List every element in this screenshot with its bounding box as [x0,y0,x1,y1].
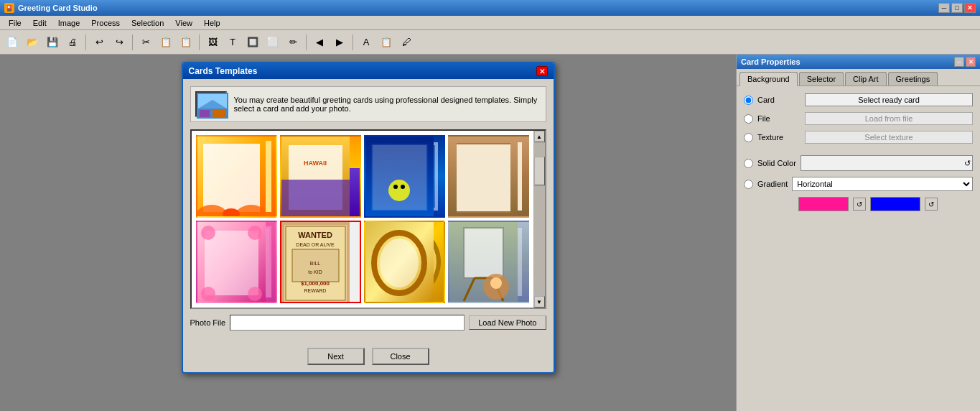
select-texture-button[interactable]: Select texture [805,131,973,144]
card-template-8[interactable] [448,221,529,303]
card-radio[interactable] [744,96,753,105]
close-app-button[interactable]: ✕ [964,3,976,13]
photo-file-input[interactable] [230,315,465,331]
minimize-button[interactable]: ─ [938,3,950,13]
card-template-6[interactable]: WANTED DEAD OR ALIVE BILL to KID $1,000,… [280,221,361,303]
menu-file[interactable]: File [3,17,27,29]
svg-point-25 [201,226,215,240]
scroll-track [534,142,545,296]
properties-title-controls: ─ ✕ [954,57,976,67]
toolbar-pen[interactable]: 🖊 [397,33,416,52]
scroll-up-arrow[interactable]: ▲ [534,131,545,142]
svg-text:REWARD: REWARD [304,288,326,293]
toolbar-new[interactable]: 📄 [3,33,22,52]
svg-rect-12 [281,180,350,218]
select-ready-card-button[interactable]: Select ready card [805,93,973,106]
file-radio-label: File [757,114,801,123]
svg-point-41 [380,239,419,287]
properties-close-button[interactable]: ✕ [966,57,976,67]
modal-body: You may create beautiful greeting cards … [183,79,554,343]
svg-point-18 [401,185,405,189]
gradient-color2-reset[interactable]: ↺ [925,198,938,211]
card-properties-panel: Card Properties ─ ✕ Background Selector … [736,55,980,411]
svg-text:to KID: to KID [308,269,322,274]
toolbar-next-tb[interactable]: ▶ [330,33,349,52]
card-radio-row: Card Select ready card [744,93,973,106]
menu-help[interactable]: Help [198,17,226,29]
cards-grid-scrollbar[interactable]: ▲ ▼ [533,131,545,308]
toolbar-image[interactable]: 🖼 [203,33,222,52]
toolbar-rect[interactable]: 🔲 [243,33,262,52]
toolbar: 📄 📂 💾 🖨 ↩ ↪ ✂ 📋 📋 🖼 T 🔲 ⬜ ✏ ◀ ▶ A 📋 🖊 [0,30,980,55]
card-template-2[interactable]: HAWAII [280,135,361,218]
load-new-photo-button[interactable]: Load New Photo [469,315,546,330]
scroll-down-arrow[interactable]: ▼ [534,296,545,308]
svg-rect-4 [213,110,225,117]
toolbar-paste[interactable]: 📋 [177,33,195,52]
toolbar-prev[interactable]: ◀ [310,33,329,52]
menu-selection[interactable]: Selection [126,17,169,29]
card-template-3[interactable] [364,135,445,218]
svg-rect-6 [203,144,260,212]
app-icon: 🎴 [4,3,14,13]
tab-selector[interactable]: Selector [799,72,844,86]
close-dialog-button[interactable]: Close [372,348,429,365]
card-template-4[interactable] [448,135,529,218]
properties-pin-button[interactable]: ─ [954,57,964,67]
properties-body: Card Select ready card File Load from fi… [737,86,980,224]
toolbar-copy[interactable]: 📋 [157,33,175,52]
modal-title-bar: Cards Templates ✕ [183,63,554,79]
toolbar-undo[interactable]: ↩ [90,33,108,52]
gradient-color1-reset[interactable]: ↺ [853,198,866,211]
toolbar-cut[interactable]: ✂ [136,33,155,52]
svg-point-26 [248,226,262,240]
gradient-radio[interactable] [744,180,753,189]
toolbar-text[interactable]: T [223,33,242,52]
menu-process[interactable]: Process [85,17,126,29]
toolbar-a[interactable]: A [357,33,375,52]
tab-clip-art[interactable]: Clip Art [845,72,886,86]
toolbar-clip[interactable]: 📋 [377,33,396,52]
maximize-button[interactable]: □ [951,3,963,13]
card-template-7[interactable] [364,221,445,303]
toolbar-sep-2 [132,34,133,50]
file-radio-row: File Load from file [744,112,973,125]
toolbar-sep-5 [353,34,353,50]
modal-description: You may create beautiful greeting cards … [234,96,541,113]
load-from-file-button[interactable]: Load from file [805,112,973,125]
gradient-color1-swatch[interactable] [798,197,849,211]
solid-color-swatch[interactable]: ↺ [801,155,973,171]
toolbar-square[interactable]: ⬜ [263,33,282,52]
texture-radio[interactable] [744,133,753,142]
svg-rect-20 [457,144,510,212]
gradient-select[interactable]: Horizontal Vertical Radial [792,177,973,191]
toolbar-redo[interactable]: ↪ [110,33,129,52]
svg-point-17 [393,185,398,189]
card-template-1[interactable] [196,135,277,218]
title-bar: 🎴 Greeting Card Studio ─ □ ✕ [0,0,980,16]
menu-image[interactable]: Image [52,17,86,29]
tab-greetings[interactable]: Greetings [888,72,938,86]
svg-point-48 [490,277,502,289]
svg-text:WANTED: WANTED [298,231,332,239]
modal-close-button[interactable]: ✕ [536,66,548,76]
menu-edit[interactable]: Edit [27,17,52,29]
solid-color-radio[interactable] [744,159,753,168]
next-button[interactable]: Next [307,348,365,365]
tab-background[interactable]: Background [739,72,798,86]
properties-tabs: Background Selector Clip Art Greetings [737,69,980,86]
svg-point-16 [388,180,410,201]
gradient-color2-swatch[interactable] [870,197,920,211]
scroll-thumb[interactable] [534,157,545,185]
divider-1 [744,149,973,155]
cards-grid-container: HAWAII [190,129,546,309]
card-template-5[interactable] [196,221,277,303]
photo-file-label: Photo File [190,318,226,327]
toolbar-draw[interactable]: ✏ [284,33,302,52]
app-title: Greeting Card Studio [18,4,98,12]
toolbar-open[interactable]: 📂 [23,33,42,52]
toolbar-save[interactable]: 💾 [43,33,62,52]
menu-view[interactable]: View [169,17,198,29]
file-radio[interactable] [744,114,753,124]
toolbar-print[interactable]: 🖨 [63,33,82,52]
